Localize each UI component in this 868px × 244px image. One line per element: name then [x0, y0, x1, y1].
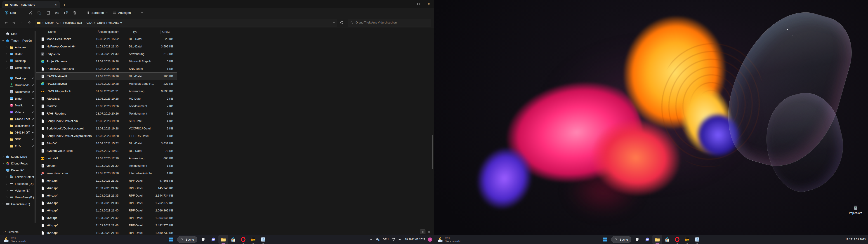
file-list-scrollbar[interactable]: [432, 36, 433, 228]
taskbar-task-manager-button[interactable]: [692, 235, 702, 244]
taskbar-explorer-button[interactable]: [218, 235, 228, 244]
column-header-date[interactable]: Änderungsdatum: [96, 30, 131, 34]
tab-close-button[interactable]: ×: [53, 2, 58, 7]
weather-widget[interactable]: 6°C Stark bewölkt: [435, 235, 462, 244]
taskbar-explorer-button[interactable]: [652, 235, 662, 244]
file-row[interactable]: System.ValueTuple 19.07.2017 10:01 DLL-D…: [36, 147, 177, 155]
taskbar-opera-button[interactable]: [238, 235, 248, 244]
file-row[interactable]: uninstall 12.03.2023 12:30 Anwendung 664…: [36, 155, 177, 162]
network-button[interactable]: [391, 236, 397, 243]
chevron-icon[interactable]: [6, 53, 8, 55]
file-row[interactable]: version 11.03.2023 21:30 Textdokument 1 …: [36, 162, 177, 170]
file-row[interactable]: x64d.rpf 11.03.2023 21:38 RPF-Datei 1.76…: [36, 199, 177, 207]
breadcrumb[interactable]: › Dieser PC › Festplatte (D:) › GTA › Gr…: [35, 19, 337, 26]
taskbar-task-view-button[interactable]: [198, 235, 209, 244]
sidebar-item-bilder[interactable]: Bilder: [0, 51, 36, 57]
taskbar-rockstar-button[interactable]: [248, 235, 258, 244]
file-row[interactable]: RAGEPluginHook 01.03.2023 01:21 Anwendun…: [36, 87, 177, 95]
file-row[interactable]: readme 12.03.2023 19:26 Textdokument 7 K…: [36, 102, 177, 110]
file-row[interactable]: SlimDX 16.03.2021 15:52 DLL-Datei 3.632 …: [36, 140, 177, 147]
column-header-size[interactable]: Größe: [160, 30, 183, 34]
volume-button[interactable]: [397, 236, 403, 243]
sidebar-item-lokaler-datent[interactable]: Lokaler Datent...: [0, 174, 36, 180]
search-input[interactable]: [355, 21, 429, 24]
sidebar-scrollbar[interactable]: [35, 31, 35, 223]
file-row[interactable]: RPH_Readme 23.07.2019 20:26 Textdokument…: [36, 110, 177, 117]
sidebar-item-icloud-drive[interactable]: iCloud Drive: [0, 153, 36, 160]
clock[interactable]: 19:29 12.03.2023: [844, 236, 867, 243]
sidebar-item-034134-gta[interactable]: 034134-GTA ...: [0, 129, 36, 136]
taskbar-search-button[interactable]: Suche: [611, 236, 631, 243]
sidebar-item-desktop[interactable]: Desktop: [0, 57, 36, 64]
taskbar-start-button[interactable]: [600, 235, 610, 244]
sidebar-item-dokumente[interactable]: Dokumente: [0, 88, 36, 95]
taskbar-search-button[interactable]: Suche: [177, 236, 197, 243]
recycle-bin[interactable]: Papierkorb: [845, 204, 866, 215]
sidebar-item-dieser-pc[interactable]: Dieser PC: [0, 167, 36, 174]
sidebar-item-festplatte-d[interactable]: Festplatte (D:): [0, 180, 36, 187]
taskbar-chat-button[interactable]: [643, 235, 652, 244]
taskbar-store-button[interactable]: [228, 235, 238, 244]
sidebar-item-musik[interactable]: Musik: [0, 102, 36, 109]
chevron-icon[interactable]: [2, 155, 4, 158]
chevron-down-icon[interactable]: [333, 22, 335, 24]
share-button[interactable]: [62, 9, 70, 16]
file-row[interactable]: ProjectSchema 12.03.2023 19:28 Microsoft…: [36, 58, 177, 65]
chevron-icon[interactable]: [2, 39, 4, 42]
onedrive-tray-button[interactable]: [374, 236, 381, 243]
file-row[interactable]: x64b.rpf 11.03.2023 21:32 RPF-Datei 145.…: [36, 184, 177, 192]
large-icons-view-button[interactable]: [426, 230, 432, 234]
sidebar-item-unionsine-f[interactable]: UnionSine (F:): [0, 194, 36, 201]
taskbar-store-button[interactable]: [662, 235, 672, 244]
sidebar-item-bildschirmfo[interactable]: Bildschirmfo...: [0, 122, 36, 129]
chevron-icon[interactable]: [6, 176, 8, 178]
sidebar-item-grand-theft[interactable]: Grand Theft ...: [0, 116, 36, 122]
chevron-icon[interactable]: [6, 60, 8, 62]
breadcrumb-segment[interactable]: Festplatte (D:): [63, 21, 82, 24]
taskbar-chat-button[interactable]: [209, 235, 218, 244]
file-row[interactable]: ScriptHookVDotNet.vcxproj 12.03.2023 19:…: [36, 125, 177, 132]
chevron-icon[interactable]: [6, 183, 8, 185]
recent-locations-button[interactable]: [18, 19, 25, 26]
sidebar-item-downloads[interactable]: Downloads: [0, 82, 36, 88]
file-row[interactable]: x64f.rpf 11.03.2023 21:42 RPF-Datei 1.00…: [36, 214, 177, 222]
sidebar-item-icloud-fotos[interactable]: iCloud-Fotos: [0, 160, 36, 167]
breadcrumb-segment[interactable]: Dieser PC: [45, 21, 59, 24]
rename-button[interactable]: [53, 9, 61, 16]
breadcrumb-segment[interactable]: Grand Theft Auto V: [97, 21, 122, 24]
details-view-button[interactable]: [420, 230, 426, 234]
file-row[interactable]: ScriptHookVDotNet.vcxproj.filters 12.03.…: [36, 132, 177, 140]
sidebar-item-dokumente[interactable]: Dokumente: [0, 64, 36, 71]
sort-button[interactable]: Sortieren: [84, 9, 110, 16]
cut-button[interactable]: [26, 9, 35, 16]
file-row[interactable]: x64g.rpf 11.03.2023 21:46 RPF-Datei 2.49…: [36, 222, 177, 229]
close-button[interactable]: ×: [424, 0, 434, 8]
language-indicator[interactable]: DEU: [381, 236, 390, 243]
file-row[interactable]: RAGENativeUI 12.03.2023 19:28 Microsoft …: [36, 80, 177, 87]
chevron-icon[interactable]: [2, 203, 4, 205]
chevron-icon[interactable]: [6, 46, 8, 49]
chevron-icon[interactable]: [6, 196, 8, 199]
file-row[interactable]: NvPmApi.Core.win64 11.03.2023 21:30 DLL-…: [36, 43, 177, 50]
forward-button[interactable]: [10, 19, 17, 26]
taskbar-task-view-button[interactable]: [632, 235, 643, 244]
sidebar-item-videos[interactable]: Videos: [0, 109, 36, 116]
file-row[interactable]: README 12.03.2023 19:28 MD-Datei 2 KB: [36, 95, 177, 102]
file-row[interactable]: PublicKeyToken.snk 12.03.2023 19:28 SNK-…: [36, 65, 177, 72]
sidebar-item-start[interactable]: Start: [0, 30, 36, 37]
column-header-name[interactable]: Name: [48, 30, 96, 34]
taskbar-rockstar-button[interactable]: [682, 235, 692, 244]
clock[interactable]: 19:29 12.03.2023: [403, 236, 427, 243]
paste-button[interactable]: [44, 9, 53, 16]
explorer-tab[interactable]: Grand Theft Auto V ×: [2, 1, 60, 8]
chevron-icon[interactable]: [2, 162, 4, 165]
back-button[interactable]: [3, 19, 9, 26]
taskbar-task-manager-button[interactable]: [258, 235, 268, 244]
taskbar-opera-button[interactable]: [672, 235, 682, 244]
sidebar-item-timon-pers-n[interactable]: Timon – Persön: [0, 37, 36, 44]
file-row[interactable]: www.dev-c.com 12.03.2023 19:26 Internetv…: [36, 170, 177, 177]
scrollbar-thumb[interactable]: [432, 135, 433, 169]
file-row[interactable]: x64e.rpf 11.03.2023 21:40 RPF-Datei 2.06…: [36, 207, 177, 214]
file-row[interactable]: PlayGTAV 11.03.2023 21:30 Anwendung 219 …: [36, 50, 177, 58]
file-row[interactable]: x64c.rpf 11.03.2023 21:35 RPF-Datei 2.14…: [36, 192, 177, 199]
